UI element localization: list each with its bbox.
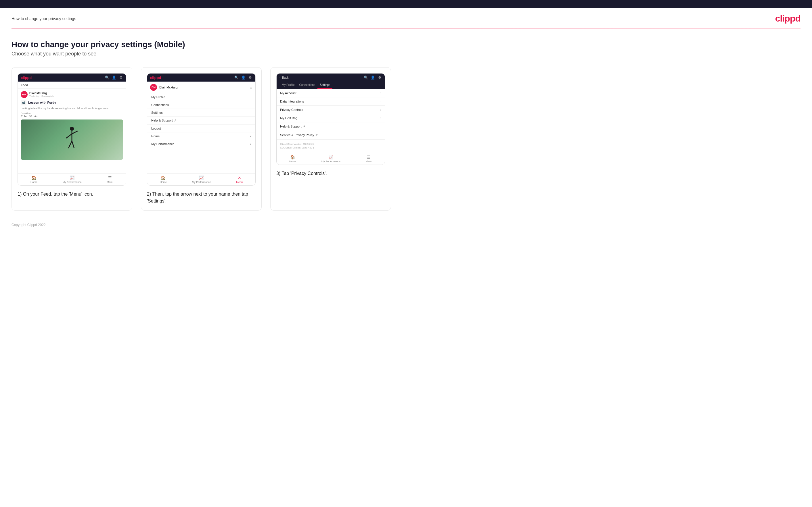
performance-icon-1: 📈	[69, 175, 74, 180]
tab-connections: Connections	[297, 81, 317, 89]
menu-nav-home: Home ▾	[147, 132, 255, 140]
footer: Copyright Clippd 2022	[0, 216, 812, 236]
menu-item-settings: Settings	[147, 109, 255, 117]
card-3: ‹ Back 🔍 👤 ⚙ My Profile Connections Sett…	[270, 67, 391, 211]
menu-nav-home-label: Home	[151, 134, 160, 138]
feed-user-meta: Yesterday · Sunningdale	[29, 95, 54, 97]
footer-home-2: 🏠 Home	[160, 175, 167, 183]
settings-label-data-integrations: Data Integrations	[280, 100, 304, 103]
menu-icon-1: ☰	[108, 175, 112, 180]
phone-footer-3: 🏠 Home 📈 My Performance ☰ Menu	[276, 153, 385, 165]
feed-user-row: BM Blair McHarg Yesterday · Sunningdale	[21, 91, 123, 98]
phone-header-2: clippd 🔍 👤 ⚙	[147, 73, 255, 81]
feed-user-info: Blair McHarg Yesterday · Sunningdale	[29, 92, 54, 97]
footer-menu-1: ☰ Menu	[107, 175, 113, 183]
settings-list: My Account › Data Integrations › Privacy…	[276, 89, 385, 153]
menu-user-info: BM Blair McHarg	[150, 84, 178, 91]
avatar-1: BM	[21, 91, 28, 98]
close-icon: ✕	[238, 175, 241, 180]
back-button: ‹ Back	[280, 76, 289, 79]
menu-user-arrow: ▲	[250, 86, 252, 89]
settings-item-my-golf-bag: My Golf Bag ›	[276, 114, 385, 122]
phone-icons-1: 🔍 👤 ⚙	[105, 75, 123, 80]
footer-performance-2: 📈 My Performance	[192, 175, 211, 183]
settings-chevron-my-golf-bag: ›	[380, 117, 381, 120]
user-icon-2: 👤	[241, 75, 246, 80]
user-icon: 👤	[111, 75, 116, 80]
settings-item-my-account: My Account ›	[276, 89, 385, 97]
settings-label-my-golf-bag: My Golf Bag	[280, 116, 298, 120]
settings-icon-2: ⚙	[248, 75, 252, 80]
home-icon-2: 🏠	[161, 175, 166, 180]
settings-chevron-privacy-controls: ›	[380, 108, 381, 111]
performance-icon-2: 📈	[199, 175, 204, 180]
phone-mockup-3: ‹ Back 🔍 👤 ⚙ My Profile Connections Sett…	[276, 73, 385, 165]
settings-item-privacy-controls: Privacy Controls ›	[276, 106, 385, 114]
phone-icons-3: 🔍 👤 ⚙	[363, 75, 382, 80]
svg-line-5	[72, 141, 74, 148]
menu-performance-chevron: ▾	[250, 143, 251, 146]
settings-label-help-support: Help & Support ↗	[280, 125, 305, 128]
breadcrumb: How to change your privacy settings	[11, 16, 76, 21]
home-icon-3: 🏠	[290, 155, 295, 159]
phone-logo-2: clippd	[150, 75, 161, 80]
phone-mockup-1: clippd 🔍 👤 ⚙ Feed BM Blair McHarg	[17, 73, 126, 185]
footer-menu-label-1: Menu	[107, 181, 113, 183]
footer-menu-label-2: Menu	[236, 181, 243, 183]
search-icon-3: 🔍	[363, 75, 368, 80]
svg-line-4	[68, 141, 72, 148]
user-icon-3: 👤	[370, 75, 375, 80]
golfer-svg	[63, 125, 81, 154]
feed-duration: Duration01 hr : 30 min	[21, 112, 123, 118]
footer-home-label-2: Home	[160, 181, 167, 183]
menu-item-help: Help & Support ↗	[147, 117, 255, 125]
phone-footer-2: 🏠 Home 📈 My Performance ✕ Menu	[147, 173, 255, 185]
feed-post: BM Blair McHarg Yesterday · Sunningdale …	[18, 89, 126, 162]
footer-menu-label-3: Menu	[366, 160, 372, 163]
footer-performance-label-1: My Performance	[63, 181, 82, 183]
feed-lesson-row: 📹 Lesson with Fordy	[21, 100, 123, 105]
settings-item-help-support: Help & Support ↗	[276, 122, 385, 131]
svg-line-3	[72, 131, 78, 134]
card-1-caption: 1) On your Feed, tap the 'Menu' icon.	[17, 191, 126, 198]
back-chevron-icon: ‹	[280, 76, 281, 79]
tab-my-profile: My Profile	[280, 81, 297, 89]
menu-item-my-profile: My Profile	[147, 93, 255, 101]
logo: clippd	[775, 13, 801, 24]
search-icon: 🔍	[105, 75, 109, 80]
menu-nav-performance-label: My Performance	[151, 142, 174, 146]
home-icon: 🏠	[31, 175, 36, 180]
header: How to change your privacy settings clip…	[0, 8, 812, 28]
card-2-caption: 2) Then, tap the arrow next to your name…	[147, 191, 256, 205]
settings-icon-3: ⚙	[377, 75, 382, 80]
back-label: Back	[282, 76, 289, 79]
main-content: How to change your privacy settings (Mob…	[0, 29, 812, 216]
feed-description: Looking to feel like my hands are exitin…	[21, 107, 123, 110]
menu-nav-performance: My Performance ▾	[147, 140, 255, 148]
footer-home-3: 🏠 Home	[289, 155, 296, 163]
menu-icon-3: ☰	[367, 155, 371, 159]
version-line-2: GQL Server Version: 2022.7.30-1	[280, 146, 381, 150]
menu-home-chevron: ▾	[250, 135, 251, 138]
footer-home-label-3: Home	[289, 160, 296, 163]
card-1: clippd 🔍 👤 ⚙ Feed BM Blair McHarg	[11, 67, 132, 211]
settings-tabs: My Profile Connections Settings	[276, 81, 385, 89]
avatar-2: BM	[150, 84, 157, 91]
version-line-1: Clippd Client Version: 2022.8.3-3	[280, 143, 381, 146]
tab-settings: Settings	[317, 81, 333, 89]
golf-image	[21, 119, 123, 160]
footer-performance-1: 📈 My Performance	[63, 175, 82, 183]
footer-home-label-1: Home	[31, 181, 37, 183]
menu-user-row: BM Blair McHarg ▲	[147, 81, 255, 93]
menu-user-name: Blair McHarg	[159, 86, 178, 89]
phone-body-1: Feed BM Blair McHarg Yesterday · Sunning…	[18, 81, 126, 173]
phone-icons-2: 🔍 👤 ⚙	[234, 75, 252, 80]
lesson-title: Lesson with Fordy	[28, 101, 56, 104]
settings-chevron-my-account: ›	[380, 92, 381, 95]
footer-performance-3: 📈 My Performance	[321, 155, 341, 163]
settings-icon: ⚙	[118, 75, 123, 80]
settings-chevron-data-integrations: ›	[380, 100, 381, 103]
copyright: Copyright Clippd 2022	[11, 223, 46, 227]
feed-tab: Feed	[18, 81, 126, 89]
phone-footer-1: 🏠 Home 📈 My Performance ☰ Menu	[18, 173, 126, 185]
